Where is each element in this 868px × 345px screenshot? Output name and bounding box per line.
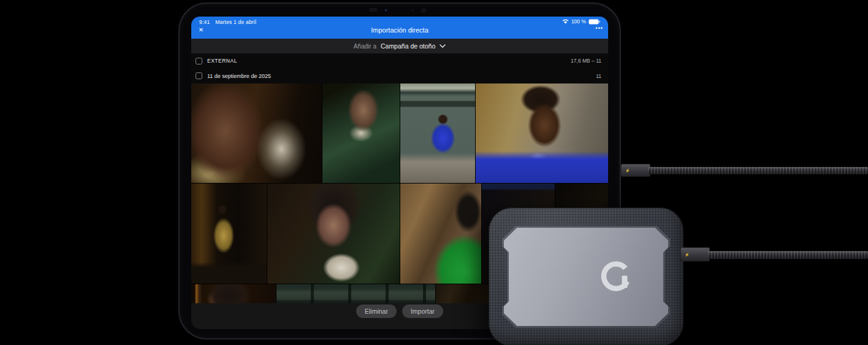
clock-text: 9:41 xyxy=(199,19,210,25)
battery-icon xyxy=(588,19,600,25)
photo-thumbnail[interactable] xyxy=(191,184,267,284)
battery-percent-text: 100 % xyxy=(571,18,586,25)
photo-thumbnail[interactable] xyxy=(322,83,400,183)
source-row-external[interactable]: EXTERNAL 17,6 MB – 11 xyxy=(191,53,608,68)
wifi-icon xyxy=(562,19,569,24)
page-title: Importación directa xyxy=(191,26,608,34)
source-label: 11 de septiembre de 2025 xyxy=(207,73,271,79)
photo-thumbnail[interactable] xyxy=(400,83,475,183)
add-to-collection-bar[interactable]: Añadir a Campaña de otoño xyxy=(191,39,608,53)
usb-logo-icon: ⚡ xyxy=(685,253,690,257)
source-meta: 17,6 MB – 11 xyxy=(571,58,601,64)
more-options-icon[interactable]: ••• xyxy=(596,25,603,31)
add-to-label: Añadir a xyxy=(354,43,376,50)
camera-lens-icon xyxy=(421,8,426,13)
usb-c-connector-drive: ⚡ xyxy=(680,247,710,262)
camera-icon xyxy=(369,8,378,12)
sensor-dot-icon xyxy=(412,10,413,11)
usb-c-connector-ipad: ⚡ xyxy=(621,164,650,177)
braided-cable-top xyxy=(648,167,868,174)
braided-cable-bottom xyxy=(708,251,868,259)
app-header: 9:41 Martes 1 de abril 100 % ✕ Importaci… xyxy=(191,17,608,39)
status-bar-right: 100 % xyxy=(562,18,600,25)
photo-thumbnail[interactable] xyxy=(267,184,400,284)
collection-name: Campaña de otoño xyxy=(381,42,435,50)
source-meta: 11 xyxy=(596,73,601,79)
g-brand-logo-icon xyxy=(599,259,633,296)
checkbox-date[interactable] xyxy=(196,72,202,79)
photo-thumbnail[interactable] xyxy=(400,184,481,284)
source-list: EXTERNAL 17,6 MB – 11 11 de septiembre d… xyxy=(191,53,608,83)
delete-button[interactable]: Eliminar xyxy=(356,304,397,318)
external-ssd-drive xyxy=(489,207,683,345)
chevron-down-icon xyxy=(440,44,446,48)
date-text: Martes 1 de abril xyxy=(215,19,256,25)
photo-thumbnail[interactable] xyxy=(191,83,322,183)
import-button[interactable]: Importar xyxy=(402,304,443,318)
photo-thumbnail[interactable] xyxy=(436,284,490,303)
camera-dot-icon xyxy=(385,9,387,11)
photo-thumbnail[interactable] xyxy=(276,284,435,303)
usb-logo-icon: ⚡ xyxy=(625,169,630,172)
source-row-date[interactable]: 11 de septiembre de 2025 11 xyxy=(191,68,608,83)
status-bar-left: 9:41 Martes 1 de abril xyxy=(199,19,256,25)
photo-thumbnail[interactable] xyxy=(476,83,608,183)
page-background: 9:41 Martes 1 de abril 100 % ✕ Importaci… xyxy=(0,0,868,345)
photo-thumbnail[interactable] xyxy=(191,284,276,303)
source-label: EXTERNAL xyxy=(207,58,237,64)
drive-plate xyxy=(504,228,668,326)
drive-plate-rim xyxy=(502,226,670,328)
checkbox-external[interactable] xyxy=(196,58,202,64)
